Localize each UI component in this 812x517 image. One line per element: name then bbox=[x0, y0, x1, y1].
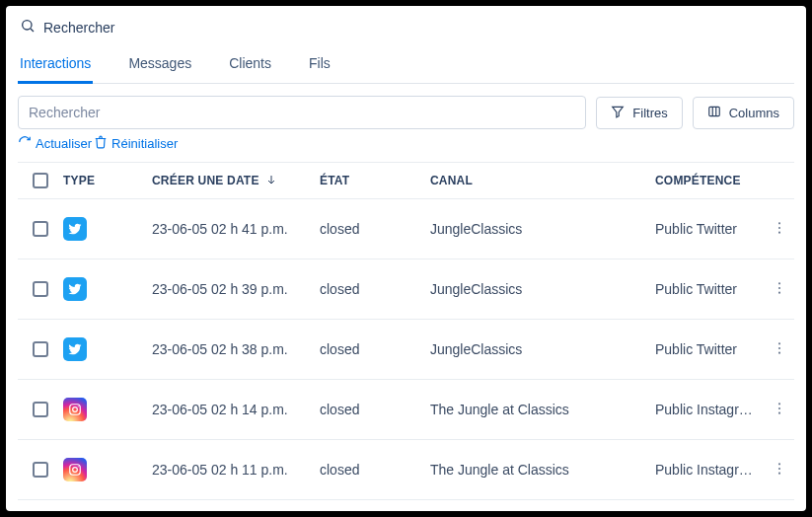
svg-marker-2 bbox=[613, 107, 624, 117]
row-canal: The Jungle at Classics bbox=[430, 402, 655, 417]
kebab-icon[interactable] bbox=[772, 220, 787, 239]
svg-point-20 bbox=[778, 406, 780, 408]
row-etat: closed bbox=[320, 281, 430, 297]
columns-icon bbox=[707, 105, 721, 121]
svg-rect-22 bbox=[70, 465, 81, 476]
row-checkbox[interactable] bbox=[33, 462, 48, 478]
row-etat: closed bbox=[320, 341, 430, 357]
tab-interactions[interactable]: Interactions bbox=[18, 45, 93, 84]
app-window: Rechercher Interactions Messages Clients… bbox=[6, 6, 806, 511]
svg-point-26 bbox=[778, 467, 780, 469]
filter-icon bbox=[611, 105, 625, 121]
row-date: 23-06-05 02 h 11 p.m. bbox=[152, 462, 320, 478]
twitter-icon bbox=[63, 337, 87, 361]
svg-point-24 bbox=[78, 466, 79, 467]
row-type-cell bbox=[63, 217, 152, 241]
row-checkbox[interactable] bbox=[33, 402, 48, 417]
row-etat: closed bbox=[320, 402, 430, 417]
svg-point-10 bbox=[778, 282, 780, 284]
svg-point-7 bbox=[778, 222, 780, 224]
svg-point-14 bbox=[778, 346, 780, 348]
svg-point-12 bbox=[778, 291, 780, 293]
row-checkbox[interactable] bbox=[33, 341, 48, 357]
table-row[interactable]: 23-06-05 02 h 39 p.m.closedJungleClassic… bbox=[18, 259, 794, 320]
filter-button[interactable]: Filtres bbox=[596, 97, 682, 129]
table-header: TYPE CRÉER UNE DATE ÉTAT CANAL COMPÉTENC… bbox=[18, 162, 794, 199]
search-heading: Rechercher bbox=[18, 16, 794, 45]
select-all-checkbox[interactable] bbox=[33, 173, 48, 188]
svg-point-21 bbox=[778, 411, 780, 413]
row-canal: The Jungle at Classics bbox=[430, 462, 655, 478]
table-row[interactable]: 23-06-05 02 h 11 p.m.closedThe Jungle at… bbox=[18, 440, 794, 500]
reset-link[interactable]: Réinitialiser bbox=[94, 135, 178, 152]
tab-clients[interactable]: Clients bbox=[227, 45, 273, 83]
row-canal: JungleClassics bbox=[430, 341, 655, 357]
row-type-cell bbox=[63, 337, 152, 361]
row-date: 23-06-05 02 h 14 p.m. bbox=[152, 402, 320, 417]
row-actions bbox=[765, 280, 794, 299]
svg-point-9 bbox=[778, 231, 780, 233]
kebab-icon[interactable] bbox=[772, 280, 787, 299]
svg-point-8 bbox=[778, 226, 780, 228]
instagram-icon bbox=[63, 458, 87, 481]
sort-desc-icon bbox=[265, 174, 277, 188]
reset-label: Réinitialiser bbox=[111, 136, 178, 151]
toolbar: Filtres Columns bbox=[18, 84, 794, 135]
twitter-icon bbox=[63, 277, 87, 301]
row-competence: Public Twitter bbox=[655, 281, 765, 297]
search-icon bbox=[20, 18, 36, 37]
row-checkbox-cell bbox=[18, 402, 63, 417]
kebab-icon[interactable] bbox=[772, 340, 787, 359]
row-checkbox-cell bbox=[18, 341, 63, 357]
table-row[interactable]: 23-06-05 02 h 14 p.m.closedThe Jungle at… bbox=[18, 380, 794, 440]
svg-rect-16 bbox=[70, 405, 81, 415]
kebab-icon[interactable] bbox=[772, 401, 787, 419]
table-row[interactable]: 23-06-05 02 h 41 p.m.closedJungleClassic… bbox=[18, 199, 794, 259]
row-competence: Public Twitter bbox=[655, 341, 765, 357]
tab-fils[interactable]: Fils bbox=[307, 45, 332, 83]
header-date[interactable]: CRÉER UNE DATE bbox=[152, 174, 320, 188]
table-row[interactable]: 23-06-05 02 h 38 p.m.closedJungleClassic… bbox=[18, 320, 794, 380]
row-etat: closed bbox=[320, 462, 430, 478]
row-checkbox-cell bbox=[18, 462, 63, 478]
row-actions bbox=[765, 340, 794, 359]
row-competence: Public Instagr… bbox=[655, 402, 765, 417]
svg-rect-3 bbox=[708, 107, 719, 115]
svg-point-17 bbox=[73, 407, 78, 412]
kebab-icon[interactable] bbox=[772, 461, 787, 480]
row-canal: JungleClassics bbox=[430, 221, 655, 237]
row-actions bbox=[765, 220, 794, 239]
twitter-icon bbox=[63, 217, 87, 241]
columns-button[interactable]: Columns bbox=[693, 97, 794, 129]
row-type-cell bbox=[63, 458, 152, 481]
row-checkbox[interactable] bbox=[33, 221, 48, 237]
header-etat[interactable]: ÉTAT bbox=[320, 174, 430, 187]
tab-messages[interactable]: Messages bbox=[126, 45, 193, 83]
trash-icon bbox=[94, 135, 108, 152]
header-competence[interactable]: COMPÉTENCE bbox=[655, 174, 765, 187]
row-competence: Public Instagr… bbox=[655, 462, 765, 478]
row-actions bbox=[765, 401, 794, 419]
tabs: Interactions Messages Clients Fils bbox=[18, 45, 794, 84]
search-heading-label: Rechercher bbox=[43, 20, 114, 36]
svg-line-1 bbox=[31, 29, 34, 32]
refresh-label: Actualiser bbox=[36, 136, 92, 151]
filter-label: Filtres bbox=[632, 106, 667, 120]
secondary-actions: Actualiser Réinitialiser bbox=[18, 135, 794, 162]
header-canal[interactable]: CANAL bbox=[430, 174, 655, 187]
svg-point-15 bbox=[778, 351, 780, 353]
svg-point-0 bbox=[23, 21, 32, 30]
refresh-link[interactable]: Actualiser bbox=[18, 135, 92, 152]
row-date: 23-06-05 02 h 39 p.m. bbox=[152, 281, 320, 297]
row-canal: JungleClassics bbox=[430, 281, 655, 297]
row-checkbox[interactable] bbox=[33, 281, 48, 297]
row-date: 23-06-05 02 h 41 p.m. bbox=[152, 221, 320, 237]
svg-point-13 bbox=[778, 342, 780, 344]
search-input[interactable] bbox=[18, 96, 586, 129]
table-body: 23-06-05 02 h 41 p.m.closedJungleClassic… bbox=[18, 199, 794, 500]
row-checkbox-cell bbox=[18, 281, 63, 297]
row-date: 23-06-05 02 h 38 p.m. bbox=[152, 341, 320, 357]
svg-point-27 bbox=[778, 472, 780, 474]
svg-point-11 bbox=[778, 286, 780, 288]
header-type[interactable]: TYPE bbox=[63, 174, 152, 187]
